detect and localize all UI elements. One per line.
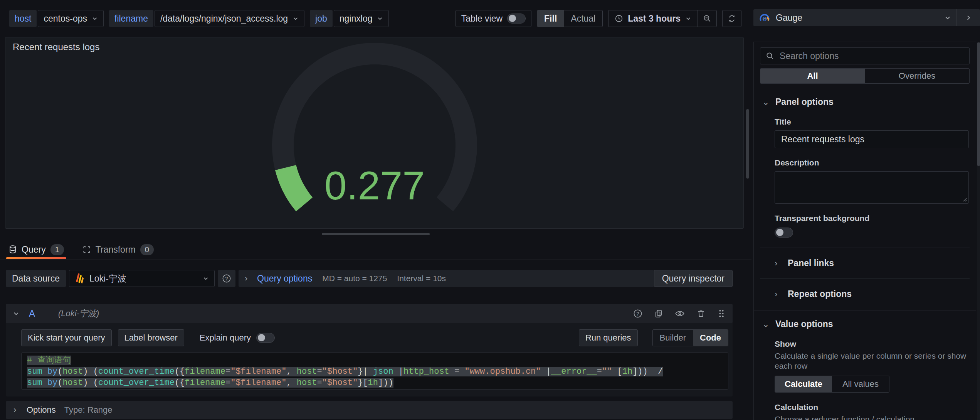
tab-query-count: 1 xyxy=(50,244,64,255)
visualization-select[interactable]: 79 Gauge xyxy=(753,9,956,26)
database-icon xyxy=(8,245,17,254)
explain-query-toggle[interactable] xyxy=(256,333,275,343)
query-inspector-button[interactable]: Query inspector xyxy=(654,270,733,287)
chevron-right-icon: › xyxy=(13,405,20,415)
options-filter-tabs: All Overrides xyxy=(760,68,970,84)
show-field-label: Show xyxy=(775,339,969,349)
tab-transform[interactable]: Transform 0 xyxy=(80,240,156,259)
all-values-option[interactable]: All values xyxy=(832,376,889,392)
fill-option[interactable]: Fill xyxy=(537,10,564,27)
query-row-actions: ? xyxy=(633,309,726,318)
sidebar-scrollbar[interactable] xyxy=(977,42,980,420)
variable-host-select[interactable]: centos-ops xyxy=(38,10,104,27)
panel-options-sidebar: 79 Gauge All Overrides ⌄ Panel options T… xyxy=(752,0,980,420)
query-options-row[interactable]: › Options Type: Range xyxy=(6,401,733,419)
help-icon: ? xyxy=(222,274,231,283)
collapse-chevron-icon[interactable] xyxy=(13,310,20,317)
gauge-visualization: 0.277 xyxy=(259,40,490,226)
code-option[interactable]: Code xyxy=(693,330,728,346)
panel-preview: Recent requests logs 0.277 xyxy=(5,37,744,229)
tab-transform-label: Transform xyxy=(96,245,136,255)
panel-title-input[interactable]: Recent requests logs xyxy=(775,130,969,148)
calculate-option[interactable]: Calculate xyxy=(775,376,832,392)
dashboard-variables: host centos-ops filename /data/logs/ngin… xyxy=(9,10,389,27)
variable-job-select[interactable]: nginxlog xyxy=(334,10,389,27)
panel-description-textarea[interactable] xyxy=(775,171,969,204)
refresh-button[interactable] xyxy=(722,10,741,27)
clock-icon xyxy=(615,14,623,23)
chevron-down-icon: ⌄ xyxy=(762,319,769,329)
panel-header-title: Recent requests logs xyxy=(13,42,99,52)
hide-query-eye-icon[interactable] xyxy=(675,309,685,318)
code-lines: # 查询语句sum by(host) (count_over_time({fil… xyxy=(27,355,728,388)
drag-grip-icon[interactable] xyxy=(717,309,726,318)
builder-option[interactable]: Builder xyxy=(653,330,693,346)
datasource-help-button[interactable]: ? xyxy=(218,270,235,287)
tab-all[interactable]: All xyxy=(760,69,865,83)
panel-options-title: Panel options xyxy=(775,97,834,107)
chevron-right-icon: › xyxy=(245,273,252,283)
description-field-label: Description xyxy=(775,158,969,167)
show-field-description: Calculate a single value per column or s… xyxy=(775,351,969,371)
variable-filename: filename /data/logs/nginx/json_access.lo… xyxy=(109,10,304,27)
time-range-group: Last 3 hours xyxy=(608,10,717,27)
repeat-options-section-header[interactable]: › Repeat options xyxy=(775,289,970,299)
query-row-header[interactable]: A (Loki-宁波) ? xyxy=(6,304,733,323)
datasource-select[interactable]: Loki-宁波 xyxy=(69,270,215,287)
variable-host: host centos-ops xyxy=(9,10,104,27)
chevron-down-icon xyxy=(203,275,209,282)
variable-filename-label: filename xyxy=(109,10,153,27)
transparent-background-toggle[interactable] xyxy=(775,228,793,238)
chevron-down-icon xyxy=(944,14,951,21)
show-mode-switch: Calculate All values xyxy=(775,376,889,393)
logql-code-editor[interactable]: # 查询语句sum by(host) (count_over_time({fil… xyxy=(21,353,728,390)
options-search-input[interactable] xyxy=(779,51,964,62)
table-view-label: Table view xyxy=(461,13,503,24)
sidebar-scrollbar-thumb[interactable] xyxy=(977,42,980,166)
chevron-down-icon xyxy=(377,15,383,22)
table-view-toggle[interactable] xyxy=(507,13,526,24)
chevron-down-icon: ⌄ xyxy=(762,97,769,107)
value-options-section-header[interactable]: ⌄ Value options xyxy=(762,319,970,329)
title-field-label: Title xyxy=(775,117,969,127)
panel-links-section-header[interactable]: › Panel links xyxy=(775,258,970,268)
tab-overrides[interactable]: Overrides xyxy=(865,69,969,83)
label-browser-button[interactable]: Label browser xyxy=(118,329,184,346)
main-scrollbar-thumb[interactable] xyxy=(746,109,749,179)
options-search[interactable] xyxy=(760,47,970,64)
variable-filename-select[interactable]: /data/logs/nginx/json_access.log xyxy=(155,10,304,27)
tab-transform-count: 0 xyxy=(140,244,154,255)
duplicate-query-icon[interactable] xyxy=(654,309,663,318)
help-icon[interactable]: ? xyxy=(633,309,642,318)
chevron-right-icon: › xyxy=(775,289,782,299)
query-ref-id: A xyxy=(29,308,35,319)
chevron-right-icon xyxy=(965,14,972,21)
query-row-body: Kick start your query Label browser Expl… xyxy=(6,323,733,396)
panel-options-section-header[interactable]: ⌄ Panel options xyxy=(762,97,970,107)
datasource-label: Data source xyxy=(6,270,66,287)
kick-start-query-button[interactable]: Kick start your query xyxy=(21,329,112,346)
tab-query[interactable]: Query 1 xyxy=(6,240,66,259)
resize-handle-icon[interactable] xyxy=(962,196,967,202)
divider xyxy=(760,248,970,248)
time-range-picker[interactable]: Last 3 hours xyxy=(609,10,698,27)
calculation-field-description: Choose a reducer function / calculation xyxy=(775,414,969,420)
delete-query-trash-icon[interactable] xyxy=(696,309,706,318)
variable-filename-value: /data/logs/nginx/json_access.log xyxy=(160,13,288,24)
run-queries-button[interactable]: Run queries xyxy=(579,329,638,346)
toggle-viz-picker-button[interactable] xyxy=(956,9,980,26)
svg-text:?: ? xyxy=(636,311,639,317)
actual-option[interactable]: Actual xyxy=(564,10,602,27)
table-view-control: Table view xyxy=(456,10,531,27)
query-options-link[interactable]: Query options xyxy=(257,273,312,284)
chevron-right-icon: › xyxy=(775,258,782,268)
tab-query-label: Query xyxy=(22,245,46,255)
visualization-picker-row: 79 Gauge xyxy=(753,9,980,26)
search-icon xyxy=(766,52,774,60)
panel-resize-handle[interactable] xyxy=(322,233,430,235)
variable-job: job nginxlog xyxy=(310,10,389,27)
zoom-out-time-button[interactable] xyxy=(698,10,716,27)
datasource-row: Data source Loki-宁波 ? › Query options MD… xyxy=(6,270,733,287)
transparent-background-label: Transparent background xyxy=(775,214,969,223)
query-toolbar: Kick start your query Label browser Expl… xyxy=(21,329,733,346)
